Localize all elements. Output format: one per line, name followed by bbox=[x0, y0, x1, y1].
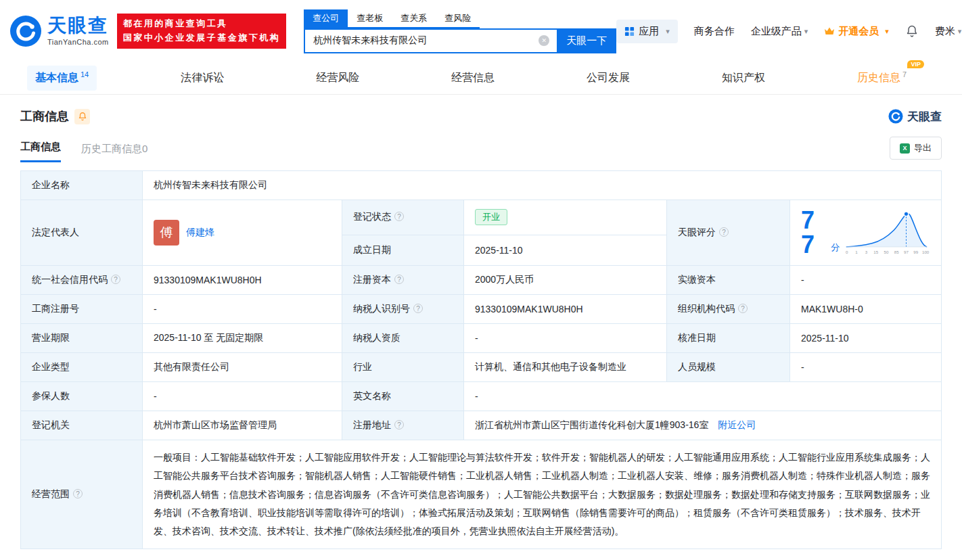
score-value-cell: 77 分 0 1 3 15 50 85 97 bbox=[790, 200, 942, 266]
tab-basic-info[interactable]: 基本信息14 bbox=[27, 66, 97, 90]
help-icon[interactable] bbox=[394, 420, 404, 429]
taxpayer-id-value: 91330109MAK1WU8H0H bbox=[464, 295, 667, 324]
vip-crown-icon bbox=[824, 26, 835, 36]
top-bar: 天眼查 TianYanCha.com 都在用的商业查询工具 国家中小企业发展子基… bbox=[0, 0, 962, 62]
svg-text:50: 50 bbox=[884, 250, 889, 254]
search-input[interactable] bbox=[304, 28, 557, 53]
tab-operating-risk[interactable]: 经营风险 bbox=[308, 66, 367, 90]
search-tab-relation[interactable]: 查关系 bbox=[392, 9, 436, 27]
reg-number-label: 工商注册号 bbox=[21, 295, 143, 324]
table-row: 企业类型 其他有限责任公司 行业 计算机、通信和其他电子设备制造业 人员规模 - bbox=[21, 353, 942, 382]
business-term-label: 营业期限 bbox=[21, 324, 143, 353]
table-row: 营业期限 2025-11-10 至 无固定期限 纳税人资质 - 核准日期 202… bbox=[21, 324, 942, 353]
reg-address-text: 浙江省杭州市萧山区宁围街道传化科创大厦1幢903-16室 bbox=[475, 419, 708, 430]
search-tabs: 查公司 查老板 查关系 查风险 bbox=[304, 9, 480, 28]
org-code-label: 组织机构代码 bbox=[667, 295, 790, 324]
export-button[interactable]: 导出 bbox=[890, 137, 942, 160]
help-icon[interactable] bbox=[394, 212, 404, 221]
industry-label: 行业 bbox=[342, 353, 464, 382]
table-row: 法定代表人 傅 傅建烽 登记状态 开业 天眼评分 77 分 0 bbox=[21, 200, 942, 235]
credit-code-label: 统一社会信用代码 bbox=[21, 266, 143, 295]
help-icon[interactable] bbox=[413, 304, 423, 313]
svg-text:3: 3 bbox=[865, 250, 868, 254]
credit-code-value: 91330109MAK1WU8H0H bbox=[143, 266, 342, 295]
insured-label: 参保人数 bbox=[21, 382, 143, 411]
help-icon[interactable] bbox=[73, 489, 83, 498]
legal-rep-value: 傅 傅建烽 bbox=[143, 200, 342, 266]
apps-menu[interactable]: 应用 bbox=[616, 20, 678, 43]
english-name-label: 英文名称 bbox=[342, 382, 464, 411]
table-row: 经营范围 一般项目：人工智能基础软件开发；人工智能应用软件开发；人工智能理论与算… bbox=[21, 440, 942, 549]
industry-value: 计算机、通信和其他电子设备制造业 bbox=[464, 353, 667, 382]
open-vip-menu[interactable]: 开通会员 bbox=[824, 25, 889, 38]
brand-slogan-banner: 都在用的商业查询工具 国家中小企业发展子基金旗下机构 bbox=[117, 14, 287, 49]
company-name-label: 企业名称 bbox=[21, 171, 143, 200]
banner-line2: 国家中小企业发展子基金旗下机构 bbox=[123, 31, 281, 45]
table-row: 参保人数 - 英文名称 - bbox=[21, 382, 942, 411]
subscribe-bell-icon bbox=[78, 112, 87, 121]
tab-history-info[interactable]: 历史信息7 VIP bbox=[849, 66, 915, 90]
search-tab-boss[interactable]: 查老板 bbox=[348, 9, 392, 27]
company-name-value: 杭州传智未来科技有限公司 bbox=[143, 171, 942, 200]
enterprise-products-menu[interactable]: 企业级产品 bbox=[751, 25, 808, 38]
tab-operating-info[interactable]: 经营信息 bbox=[443, 66, 503, 90]
subtab-history-business-info[interactable]: 历史工商信息0 bbox=[81, 143, 147, 162]
company-section-tabs: 基本信息14 法律诉讼 经营风险 经营信息 公司发展 知识产权 历史信息7 VI… bbox=[0, 62, 962, 95]
business-scope-value: 一般项目：人工智能基础软件开发；人工智能应用软件开发；人工智能理论与算法软件开发… bbox=[143, 440, 942, 549]
help-icon[interactable] bbox=[719, 227, 729, 237]
logo-title: 天眼查 bbox=[47, 16, 109, 35]
help-icon[interactable] bbox=[111, 275, 120, 284]
user-account-menu[interactable]: 费米 bbox=[935, 25, 962, 38]
reg-authority-value: 杭州市萧山区市场监督管理局 bbox=[143, 411, 342, 440]
status-badge: 开业 bbox=[475, 209, 507, 225]
notification-bell[interactable] bbox=[905, 24, 919, 38]
score-number: 77 bbox=[801, 208, 827, 257]
reg-authority-label: 登记机关 bbox=[21, 411, 143, 440]
reg-status-value: 开业 bbox=[464, 200, 667, 235]
tab-legal-proceedings[interactable]: 法律诉讼 bbox=[173, 66, 232, 90]
approval-date-label: 核准日期 bbox=[667, 324, 790, 353]
svg-text:0: 0 bbox=[846, 250, 848, 254]
vip-badge: VIP bbox=[907, 60, 924, 68]
table-row: 统一社会信用代码 91330109MAK1WU8H0H 注册资本 2000万人民… bbox=[21, 266, 942, 295]
taxpayer-quality-label: 纳税人资质 bbox=[342, 324, 464, 353]
help-icon[interactable] bbox=[738, 304, 748, 313]
logo-subtitle: TianYanCha.com bbox=[47, 38, 109, 46]
business-term-value: 2025-11-10 至 无固定期限 bbox=[143, 324, 342, 353]
reg-capital-label: 注册资本 bbox=[342, 266, 464, 295]
subtab-business-info[interactable]: 工商信息 bbox=[20, 141, 61, 162]
english-name-value: - bbox=[464, 382, 942, 411]
est-date-value: 2025-11-10 bbox=[464, 235, 667, 265]
section-header: 工商信息 天眼查 bbox=[0, 95, 962, 127]
search-button[interactable]: 天眼一下 bbox=[557, 28, 616, 53]
svg-text:100: 100 bbox=[922, 250, 930, 254]
svg-text:85: 85 bbox=[894, 250, 899, 254]
help-icon[interactable] bbox=[394, 275, 404, 284]
tab-company-development[interactable]: 公司发展 bbox=[578, 66, 638, 90]
table-row: 工商注册号 - 纳税人识别号 91330109MAK1WU8H0H 组织机构代码… bbox=[21, 295, 942, 324]
paid-capital-value: - bbox=[790, 266, 942, 295]
nearby-companies-link[interactable]: 附近公司 bbox=[718, 419, 756, 430]
tianyancha-logo[interactable]: 天眼查 TianYanCha.com bbox=[9, 15, 109, 47]
org-code-value: MAK1WU8H-0 bbox=[790, 295, 942, 324]
reg-address-label: 注册地址 bbox=[342, 411, 464, 440]
tianyancha-logo-icon bbox=[888, 109, 903, 124]
insured-value: - bbox=[143, 382, 342, 411]
tab-basic-info-count: 14 bbox=[81, 70, 89, 78]
score-label: 天眼评分 bbox=[667, 200, 790, 266]
reg-capital-value: 2000万人民币 bbox=[464, 266, 667, 295]
subscribe-bell-button[interactable] bbox=[74, 109, 90, 124]
search-area: 查公司 查老板 查关系 查风险 天眼一下 bbox=[304, 9, 616, 53]
search-tab-company[interactable]: 查公司 bbox=[304, 9, 348, 27]
legal-rep-name-link[interactable]: 傅建烽 bbox=[186, 227, 214, 239]
staff-size-label: 人员规模 bbox=[667, 353, 790, 382]
tianyancha-logo-icon bbox=[9, 15, 42, 47]
clear-search-icon[interactable] bbox=[539, 35, 549, 46]
tab-intellectual-property[interactable]: 知识产权 bbox=[714, 66, 773, 90]
table-row: 登记机关 杭州市萧山区市场监督管理局 注册地址 浙江省杭州市萧山区宁围街道传化科… bbox=[21, 411, 942, 440]
search-tab-risk[interactable]: 查风险 bbox=[436, 9, 480, 27]
legal-rep-label: 法定代表人 bbox=[21, 200, 143, 266]
score-chart: 0 1 3 15 50 85 97 99 100 bbox=[844, 208, 930, 257]
business-info-table: 企业名称 杭州传智未来科技有限公司 法定代表人 傅 傅建烽 登记状态 开业 天眼… bbox=[20, 170, 942, 549]
business-cooperation-link[interactable]: 商务合作 bbox=[694, 25, 735, 38]
